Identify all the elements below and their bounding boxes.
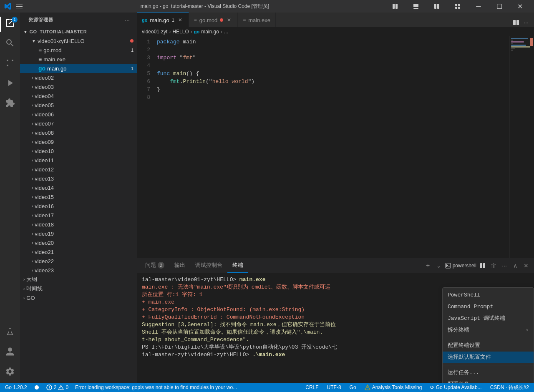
close-button[interactable]: ✕ [511,0,530,13]
tree-item-video01[interactable]: ▼ video01-zyt\HELLO [20,36,137,45]
terminal-dropdown-btn[interactable]: ⌄ [434,261,443,270]
tree-item-video11[interactable]: ›video11 [20,156,137,165]
maximize-button[interactable]: ☐ [490,0,509,13]
tab-output[interactable]: 输出 [169,258,190,273]
status-language[interactable]: Go [348,384,358,390]
tree-item-timeline[interactable]: ›时间线 [20,284,137,293]
menu-item-run-task[interactable]: 运行任务... [443,367,534,379]
activity-account[interactable] [0,343,20,363]
status-go-update[interactable]: ⟳ Go Update Availab... [428,384,483,390]
tree-item-video06[interactable]: ›video06 [20,110,137,119]
status-csdn[interactable]: CSDN · 待成长#2 [489,384,531,391]
split-btn[interactable] [427,0,446,13]
sidebar-more-btn[interactable]: ··· [123,15,132,25]
status-encoding[interactable]: UTF-8 [325,384,343,390]
breadcrumb-video01[interactable]: video01-zyt [142,29,167,35]
tree-item-go[interactable]: ›GO [20,293,137,302]
status-errors[interactable]: 2 0 [45,384,70,390]
tab-close-icon[interactable]: ✕ [177,17,184,23]
terminal-content[interactable]: ial-master\video01-zyt\HELLO> main.exe m… [137,273,534,383]
layout-grid-btn[interactable] [448,0,467,13]
menu-item-command-prompt[interactable]: Command Prompt [443,301,534,313]
tab-terminal[interactable]: 终端 [227,258,248,273]
split-terminal-btn[interactable] [478,261,487,270]
menu-item-default-profile[interactable]: 选择默认配置文件 [443,352,534,363]
activity-explorer[interactable]: 1 [0,14,20,34]
tab-debug-console[interactable]: 调试控制台 [190,258,227,273]
tree-item-video19[interactable]: ›video19 [20,229,137,238]
status-analysis-tools[interactable]: Analysis Tools Missing [363,384,424,390]
activity-search[interactable] [0,34,20,54]
chevron-right-icon: › [32,112,33,117]
exe-file-icon: ≡ [243,17,246,23]
tree-item-video05[interactable]: ›video05 [20,101,137,110]
chevron-right-icon: › [32,195,33,199]
menu-item-configure-task[interactable]: 配置任务 [443,379,534,383]
menu-icon[interactable] [16,2,24,10]
tree-item-maingo[interactable]: go main.go 1 [20,64,137,73]
activity-flask[interactable] [0,323,20,343]
delete-terminal-btn[interactable]: 🗑 [489,261,498,270]
extensions-icon [5,98,15,111]
tab-maingo[interactable]: go main.go 1 ✕ [137,13,189,27]
title-bar-left [4,2,24,10]
chevron-right-icon: › [32,268,33,273]
tree-item-video04[interactable]: ›video04 [20,91,137,101]
minimize-button[interactable]: ─ [469,0,488,13]
tree-item-gomod[interactable]: ≡ go.mod 1 [20,45,137,55]
tree-item-video09[interactable]: ›video09 [20,137,137,146]
code-line-1: package main [157,38,506,46]
status-crlf[interactable]: CRLF [304,384,320,390]
tab-mainexe[interactable]: ≡ main.exe [238,13,276,27]
menu-item-js-debug[interactable]: JavaScript 调试终端 [443,313,534,324]
tree-item-outline[interactable]: ›大纲 [20,275,137,284]
menu-separator-2 [443,365,534,365]
tree-item-video17[interactable]: ›video17 [20,211,137,220]
more-terminal-btn[interactable]: ··· [500,261,509,270]
menu-item-powershell[interactable]: PowerShell [443,289,534,301]
move-up-icon[interactable]: ∧ [511,261,520,270]
tree-item-video13[interactable]: ›video13 [20,174,137,183]
menu-item-split[interactable]: 拆分终端 › [443,324,534,336]
menu-item-config-terminal[interactable]: 配置终端设置 [443,340,534,352]
tree-root[interactable]: ▼ GO_TUTORIAL-MASTER [20,27,137,36]
activity-extensions[interactable] [0,94,20,114]
status-bar: Go 1.20.2 2 0 Error loading workspace: g… [0,383,534,392]
tree-item-video21[interactable]: ›video21 [20,247,137,256]
tree-item-video16[interactable]: ›video16 [20,201,137,211]
tree-item-video20[interactable]: ›video20 [20,238,137,247]
sidebar-content[interactable]: ▼ GO_TUTORIAL-MASTER ▼ video01-zyt\HELLO… [20,27,137,383]
status-go-version[interactable]: Go 1.20.2 [3,384,29,390]
tree-item-video15[interactable]: ›video15 [20,192,137,201]
tree-item-mainexe[interactable]: ≡ main.exe [20,55,137,64]
breadcrumb-hello[interactable]: HELLO [172,29,189,35]
tree-item-video12[interactable]: ›video12 [20,165,137,174]
tree-item-video10[interactable]: ›video10 [20,146,137,156]
close-panel-btn[interactable]: ✕ [521,261,531,270]
tree-item-video22[interactable]: ›video22 [20,256,137,266]
code-editor[interactable]: 1234 5678 package main import "fmt" func… [137,36,534,258]
tree-item-video07[interactable]: ›video07 [20,119,137,128]
tab-gomod[interactable]: ≡ go.mod ✕ [189,13,238,27]
tab-close-gomod-icon[interactable]: ✕ [226,17,232,23]
panel-btn[interactable] [406,0,426,13]
split-editor-icon[interactable] [511,18,521,27]
tree-item-video18[interactable]: ›video18 [20,220,137,229]
activity-run[interactable] [0,74,20,94]
tree-item-video08[interactable]: ›video08 [20,128,137,137]
status-error-msg[interactable]: Error loading workspace: gopls was not a… [73,384,239,390]
breadcrumb-ellipsis[interactable]: ... [224,29,228,35]
tree-item-video02[interactable]: ›video02 [20,73,137,82]
new-terminal-btn[interactable]: + [423,261,433,270]
status-remote[interactable] [32,384,41,390]
tree-item-video14[interactable]: ›video14 [20,183,137,192]
code-content[interactable]: package main import "fmt" func main() { … [154,36,509,258]
activity-settings[interactable] [0,363,20,383]
layout-btn[interactable] [385,0,405,13]
more-tabs-icon[interactable]: ··· [521,18,531,27]
breadcrumb-maingo[interactable]: main.go [201,29,219,35]
tree-item-video03[interactable]: ›video03 [20,82,137,91]
tree-item-video23[interactable]: ›video23 [20,266,137,275]
tab-problems[interactable]: 问题 2 [140,258,169,273]
activity-source-control[interactable] [0,54,20,74]
